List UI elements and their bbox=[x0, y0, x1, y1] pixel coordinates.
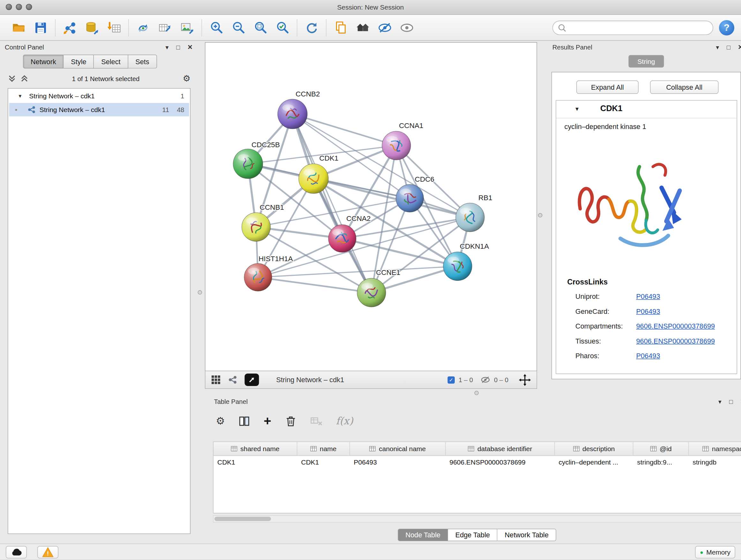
tab-network-table[interactable]: Network Table bbox=[497, 529, 556, 541]
help-button[interactable]: ? bbox=[719, 20, 734, 35]
table-row[interactable]: CDK1CDK1P064939606.ENSP00000378699cyclin… bbox=[213, 456, 741, 469]
network-canvas[interactable]: CCNB2CCNA1CDC25BCDK1CDC6RB1CCNB1CCNA2CDK… bbox=[205, 42, 537, 371]
right-splitter-handle[interactable] bbox=[538, 213, 542, 218]
network-edge[interactable] bbox=[293, 114, 372, 293]
network-row-selected[interactable]: ● String Network – cdk1 11 48 bbox=[9, 103, 189, 117]
crosslink-value[interactable]: 9606.ENSP00000378699 bbox=[636, 337, 715, 345]
tab-sets[interactable]: Sets bbox=[128, 55, 157, 69]
pan-crosshair-icon[interactable] bbox=[519, 374, 531, 386]
column-header-name[interactable]: name bbox=[297, 442, 350, 455]
table-settings-gear-icon[interactable]: ⚙ bbox=[216, 415, 225, 427]
delete-icon[interactable] bbox=[285, 415, 297, 427]
network-node-RB1[interactable] bbox=[456, 203, 484, 232]
zoom-selected-button[interactable] bbox=[272, 17, 293, 38]
left-splitter-handle[interactable] bbox=[198, 290, 202, 295]
zoom-fit-button[interactable] bbox=[250, 17, 272, 38]
network-node-CDKN1A[interactable] bbox=[443, 252, 472, 281]
control-panel-float-icon[interactable]: □ bbox=[176, 44, 180, 51]
table-panel-float-icon[interactable]: □ bbox=[729, 398, 733, 405]
column-header-description[interactable]: description bbox=[555, 442, 633, 455]
add-row-icon[interactable]: + bbox=[264, 416, 271, 426]
network-node-CCNA1[interactable] bbox=[382, 131, 411, 160]
table-horizontal-scrollbar[interactable] bbox=[213, 515, 741, 523]
crosslink-value[interactable]: P06493 bbox=[636, 307, 660, 315]
search-input[interactable] bbox=[569, 23, 708, 32]
export-table-button[interactable] bbox=[154, 17, 176, 38]
column-header-canonical-name[interactable]: canonical name bbox=[350, 442, 446, 455]
table-cell: cyclin–dependent ... bbox=[555, 456, 633, 469]
open-session-button[interactable] bbox=[8, 17, 30, 38]
crosslink-value[interactable]: P06493 bbox=[636, 293, 660, 300]
network-node-CCNE1[interactable] bbox=[357, 278, 386, 307]
node-label: CDK1 bbox=[319, 154, 338, 162]
zoom-in-button[interactable] bbox=[205, 17, 227, 38]
import-network-button[interactable] bbox=[59, 17, 81, 38]
hide-selected-button[interactable] bbox=[374, 17, 396, 38]
memory-button[interactable]: ● Memory bbox=[695, 546, 735, 558]
crosslink-value[interactable]: P06493 bbox=[636, 352, 660, 360]
gene-section-header[interactable]: ▼ CDK1 bbox=[556, 101, 737, 118]
network-node-CCNA2[interactable] bbox=[328, 225, 356, 253]
table-panel-menu-icon[interactable]: ▾ bbox=[718, 398, 722, 405]
tab-node-table[interactable]: Node Table bbox=[398, 529, 448, 541]
tab-edge-table[interactable]: Edge Table bbox=[448, 529, 497, 541]
column-sort-icon bbox=[369, 445, 376, 452]
results-panel-close-icon[interactable]: × bbox=[738, 44, 741, 50]
detach-view-button[interactable] bbox=[245, 374, 259, 386]
refresh-button[interactable] bbox=[300, 17, 323, 38]
node-count: 11 bbox=[162, 106, 169, 114]
copy-document-button[interactable] bbox=[330, 17, 352, 38]
zoom-out-button[interactable] bbox=[227, 17, 250, 38]
column-header-database-identifier[interactable]: database identifier bbox=[446, 442, 555, 455]
disclosure-triangle-icon[interactable]: ▼ bbox=[18, 93, 23, 99]
network-node-CCNB2[interactable] bbox=[278, 99, 307, 129]
cloud-button[interactable] bbox=[6, 546, 27, 558]
tab-string[interactable]: String bbox=[629, 55, 664, 68]
expand-all-button[interactable]: Expand All bbox=[576, 80, 638, 94]
network-node-CCNB1[interactable] bbox=[242, 212, 271, 241]
show-all-button[interactable] bbox=[396, 17, 418, 38]
tab-select[interactable]: Select bbox=[94, 55, 128, 69]
expand-all-icon[interactable] bbox=[20, 74, 29, 83]
results-panel-float-icon[interactable]: □ bbox=[727, 44, 731, 51]
column-header-shared-name[interactable]: shared name bbox=[213, 442, 297, 455]
gear-icon[interactable]: ⚙ bbox=[183, 73, 191, 84]
import-table-button[interactable] bbox=[103, 17, 125, 38]
warnings-button[interactable]: ! bbox=[37, 546, 58, 558]
network-node-CDC25B[interactable] bbox=[233, 149, 263, 179]
share-view-icon[interactable] bbox=[228, 375, 237, 384]
network-node-CDK1[interactable] bbox=[299, 164, 328, 193]
column-header--id[interactable]: @id bbox=[633, 442, 689, 455]
bottom-splitter-handle[interactable] bbox=[475, 391, 479, 395]
save-session-button[interactable] bbox=[30, 17, 52, 38]
control-panel-menu-icon[interactable]: ▾ bbox=[165, 44, 169, 51]
scrollbar-thumb[interactable] bbox=[214, 517, 271, 521]
network-edge[interactable] bbox=[293, 114, 397, 145]
export-image-button[interactable] bbox=[176, 17, 198, 38]
gene-description: cyclin–dependent kinase 1 bbox=[564, 123, 646, 130]
search-field[interactable] bbox=[552, 20, 713, 35]
results-panel-menu-icon[interactable]: ▾ bbox=[716, 44, 719, 51]
crosslink-value[interactable]: 9606.ENSP00000378699 bbox=[636, 322, 715, 330]
network-edge[interactable] bbox=[258, 277, 372, 293]
refresh-network-button[interactable] bbox=[132, 17, 154, 38]
tab-network[interactable]: Network bbox=[23, 55, 64, 69]
home-button[interactable] bbox=[352, 17, 374, 38]
tab-style[interactable]: Style bbox=[64, 55, 94, 69]
results-panel-header: Results Panel ▾ □ × bbox=[552, 41, 741, 53]
network-node-HIST1H1A[interactable] bbox=[244, 263, 272, 291]
control-panel-close-icon[interactable]: × bbox=[188, 44, 192, 50]
insert-column-icon[interactable] bbox=[239, 415, 251, 427]
grid-view-icon[interactable] bbox=[211, 375, 221, 385]
cloud-icon bbox=[10, 548, 22, 556]
gene-disclosure-icon[interactable]: ▼ bbox=[575, 106, 580, 112]
collapse-all-icon[interactable] bbox=[8, 74, 16, 83]
column-header-namespace[interactable]: namespace bbox=[689, 442, 741, 455]
node-label: HIST1H1A bbox=[259, 255, 293, 263]
collapse-all-button[interactable]: Collapse All bbox=[650, 80, 719, 94]
function-builder-icon[interactable]: f(x) bbox=[336, 415, 353, 427]
network-node-CDC6[interactable] bbox=[396, 185, 424, 212]
network-collection-row[interactable]: ▼ String Network – cdk1 1 bbox=[8, 89, 190, 103]
selected-checkbox-icon[interactable]: ✓ bbox=[448, 376, 455, 383]
import-database-button[interactable] bbox=[81, 17, 103, 38]
